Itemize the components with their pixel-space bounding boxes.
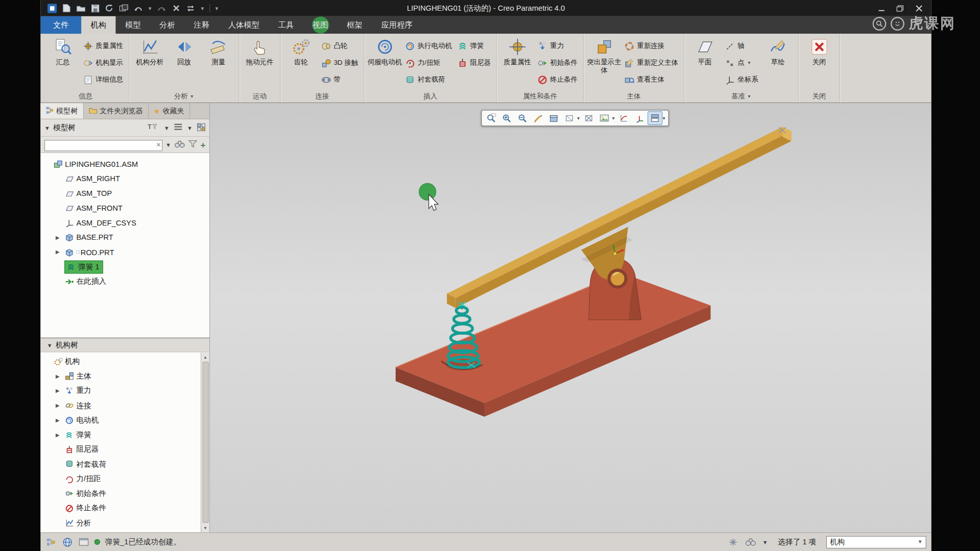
new-file-icon[interactable] <box>61 3 71 13</box>
tree-item-insert-here[interactable]: 在此插入 <box>41 274 210 289</box>
datum-display-button[interactable] <box>632 111 647 125</box>
mechanism-tree-header[interactable]: ▼ 机构树 <box>41 337 210 352</box>
datum-plane-button[interactable]: 平面 <box>688 36 722 66</box>
graph-display-button[interactable] <box>616 111 631 125</box>
belts-button[interactable]: 带 <box>318 71 360 88</box>
qat-dropdown-1[interactable]: ▼ <box>200 5 205 11</box>
tree-display-dropdown[interactable]: ▼ <box>187 124 192 131</box>
tab-file[interactable]: 文件 <box>41 16 82 34</box>
open-file-icon[interactable] <box>76 3 86 13</box>
undo-icon[interactable] <box>133 3 143 13</box>
pivot-knob[interactable] <box>607 269 627 289</box>
search-dropdown[interactable]: ▼ <box>165 141 171 147</box>
mech-item-dampers[interactable]: 阻尼器 <box>41 442 200 457</box>
minimize-button[interactable] <box>874 3 889 14</box>
tree-item-asm-front[interactable]: ASM_FRONT <box>41 201 210 216</box>
dampers-button[interactable]: 阻尼器 <box>454 55 493 71</box>
mech-item-analyses[interactable]: 分析 <box>41 516 200 531</box>
tree-item-rod-prt[interactable]: ▶ □ ROD.PRT <box>41 245 210 260</box>
termination-conditions-button[interactable]: 终止条件 <box>534 71 580 88</box>
filter-funnel-icon[interactable] <box>188 139 197 150</box>
mechanism-display-button[interactable]: 机构显示 <box>80 55 126 71</box>
tree-display-button[interactable] <box>174 123 183 132</box>
tab-favorites[interactable]: ★ 收藏夹 <box>149 103 190 119</box>
sketch-button[interactable]: 草绘 <box>761 36 795 66</box>
scrollbar-thumb[interactable] <box>202 362 208 523</box>
datum-point-button[interactable]: 点▼ <box>722 55 761 71</box>
expand-arrow[interactable]: ▶ <box>53 235 62 240</box>
undo-dropdown[interactable]: ▼ <box>148 5 153 11</box>
tree-item-base-prt[interactable]: ▶ BASE.PRT <box>41 230 210 245</box>
tab-mechanism[interactable]: 机构 <box>81 16 115 34</box>
tab-applications[interactable]: 应用程序 <box>372 16 422 34</box>
close-window-button[interactable] <box>911 3 926 14</box>
tree-filter-dropdown[interactable]: ▼ <box>164 124 169 131</box>
tab-framework[interactable]: 框架 <box>337 16 372 34</box>
zoom-out-button[interactable] <box>515 111 530 125</box>
spring-coil[interactable] <box>448 306 479 368</box>
drag-component-button[interactable]: 拖动元件 <box>242 36 277 66</box>
snapshot-icon[interactable] <box>727 536 739 547</box>
springs-button[interactable]: 弹簧 <box>454 37 493 54</box>
mech-item-bushing-loads[interactable]: 衬套载荷 <box>41 457 200 472</box>
redo-icon[interactable] <box>157 3 167 13</box>
windows-icon[interactable] <box>119 3 129 13</box>
display-style-button[interactable] <box>562 111 577 125</box>
mech-item-mechanism[interactable]: 机构 <box>41 354 200 369</box>
reconnect-button[interactable]: 重新连接 <box>621 37 680 54</box>
bushing-load-button[interactable]: 衬套载荷 <box>402 71 455 88</box>
graphics-viewport[interactable]: ▼ ▼ ▼ <box>210 103 931 532</box>
wireframe-style-button[interactable] <box>581 111 596 125</box>
datum-axis-button[interactable]: 轴 <box>722 37 761 54</box>
force-torque-button[interactable]: 力/扭矩 <box>402 55 455 71</box>
add-filter-icon[interactable]: + <box>201 140 206 150</box>
refresh-icon[interactable] <box>186 3 196 13</box>
mech-item-motors[interactable]: ▶ 电动机 <box>41 413 200 428</box>
gears-button[interactable]: 齿轮 <box>284 36 318 66</box>
selection-filter-combo[interactable]: 机构 ▼ <box>826 536 926 548</box>
mech-item-force-torque[interactable]: 力/扭距 <box>41 471 200 486</box>
search-input[interactable] <box>44 140 162 151</box>
expand-arrow[interactable]: ▶ <box>53 373 62 379</box>
maximize-button[interactable] <box>893 3 908 14</box>
tab-view[interactable]: 视图 <box>303 16 337 34</box>
display-style-dropdown[interactable]: ▼ <box>576 116 580 120</box>
mech-item-gravity[interactable]: ▶ 重力 <box>41 384 200 398</box>
browser-toggle-icon[interactable] <box>62 536 73 547</box>
contact-3d-button[interactable]: 3D 接触 <box>318 55 360 71</box>
scroll-up-arrow[interactable]: ▲ <box>203 353 207 361</box>
qat-dropdown-2[interactable]: ▼ <box>214 5 219 11</box>
search-dropdown-icon[interactable]: ▼ <box>763 539 768 545</box>
group-label-analysis[interactable]: 分析▼ <box>129 91 238 103</box>
search-binoculars-icon[interactable] <box>745 536 756 547</box>
navigator-toggle-icon[interactable] <box>45 536 57 547</box>
search-clear-icon[interactable]: ✕ <box>156 140 161 149</box>
expand-arrow[interactable]: ▶ <box>53 432 62 438</box>
tab-model[interactable]: 模型 <box>116 16 150 34</box>
tab-annotate[interactable]: 注释 <box>184 16 218 34</box>
cams-button[interactable]: 凸轮 <box>318 37 360 54</box>
view-manager-button[interactable] <box>647 111 662 125</box>
highlight-bodies-button[interactable]: 突出显示主体 <box>587 36 621 74</box>
initial-conditions-button[interactable]: 初始条件 <box>534 55 580 71</box>
view-manager-dropdown[interactable]: ▼ <box>662 116 666 120</box>
mass-properties-button[interactable]: 质量属性 <box>80 37 126 54</box>
mechanism-tree-collapse-icon[interactable]: ▼ <box>47 342 53 348</box>
servo-motor-button[interactable]: 伺服电动机 <box>368 36 402 66</box>
tab-model-tree[interactable]: 模型树 <box>41 103 84 119</box>
group-label-datum[interactable]: 基准▼ <box>684 91 798 103</box>
shade-style-button[interactable] <box>546 111 561 125</box>
tab-folder-browser[interactable]: 文件夹浏览器 <box>83 103 148 119</box>
mechanism-analysis-button[interactable]: 机构分析 <box>133 36 167 66</box>
tree-item-spring-1[interactable]: 弹簧 1 <box>41 260 210 274</box>
base-plate[interactable] <box>396 273 710 417</box>
measure-button[interactable]: 测量 <box>201 36 235 66</box>
datum-csys-button[interactable]: 坐标系 <box>722 71 761 88</box>
mass-properties-large-button[interactable]: 质量属性 <box>500 36 534 66</box>
tab-analysis[interactable]: 分析 <box>150 16 184 34</box>
zoom-region-button[interactable] <box>484 111 499 125</box>
save-file-icon[interactable] <box>90 3 100 13</box>
model-tree-collapse-icon[interactable]: ▼ <box>44 124 50 131</box>
mech-item-bodies[interactable]: ▶ 主体 <box>41 369 200 384</box>
expand-arrow[interactable]: ▶ <box>53 249 62 255</box>
